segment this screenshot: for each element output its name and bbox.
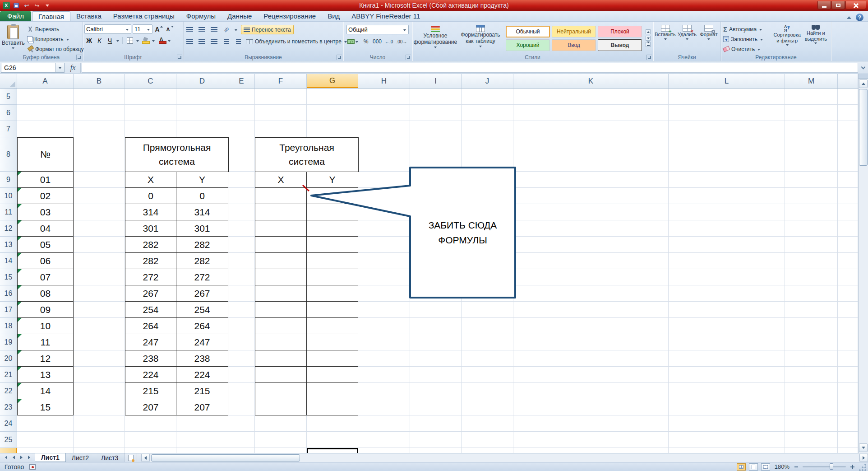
cell-K26[interactable]: [513, 448, 669, 453]
alignment-dialog-launcher[interactable]: [337, 55, 342, 60]
column-header-partial[interactable]: [838, 74, 858, 88]
cell-K15[interactable]: [513, 269, 669, 285]
cell-F11[interactable]: [255, 204, 307, 220]
scroll-right-button[interactable]: [859, 454, 868, 462]
cell-K18[interactable]: [513, 318, 669, 334]
format-as-table-button[interactable]: Форматировать как таблицу: [458, 23, 503, 53]
cell-A16[interactable]: 08: [17, 285, 74, 302]
cell-A5[interactable]: [17, 89, 74, 105]
cell-M9[interactable]: [785, 172, 838, 188]
cell-L20[interactable]: [669, 350, 785, 367]
styles-dialog-launcher[interactable]: [646, 55, 652, 60]
cell-J17[interactable]: [462, 302, 513, 318]
row-header-8[interactable]: 8: [0, 137, 17, 172]
cell-E13[interactable]: [228, 237, 255, 253]
cell-A18[interactable]: 10: [17, 318, 74, 334]
cell-A7[interactable]: [17, 121, 74, 137]
cell-G24[interactable]: [307, 415, 358, 432]
cell-I26[interactable]: [410, 448, 462, 453]
row-header-22[interactable]: 22: [0, 383, 17, 399]
align-bottom-button[interactable]: [209, 25, 219, 34]
cell-K14[interactable]: [513, 253, 669, 269]
cell-F19[interactable]: [255, 334, 307, 350]
row-header-20[interactable]: 20: [0, 350, 17, 367]
cell-G9[interactable]: Y: [307, 172, 358, 188]
excel-logo-icon[interactable]: [3, 2, 10, 9]
cell-D19[interactable]: 247: [176, 334, 228, 350]
cell-A17[interactable]: 09: [17, 302, 74, 318]
cell-L11[interactable]: [669, 204, 785, 220]
row-header-10[interactable]: 10: [0, 188, 17, 204]
cell-L8[interactable]: [669, 137, 785, 172]
cell-D21[interactable]: 224: [176, 367, 228, 383]
cell-H12[interactable]: [358, 220, 410, 237]
cell-J8[interactable]: [462, 137, 513, 172]
cell-B8[interactable]: [74, 137, 125, 172]
style-neutral[interactable]: Нейтральный: [552, 26, 596, 37]
cell-I19[interactable]: [410, 334, 462, 350]
fill-button[interactable]: Заполнить: [722, 35, 772, 43]
cell-A11[interactable]: 03: [17, 204, 74, 220]
cell-H26[interactable]: [358, 448, 410, 453]
cell-K19[interactable]: [513, 334, 669, 350]
cell-E9[interactable]: [228, 172, 255, 188]
cell-F23[interactable]: [255, 399, 307, 415]
cell-G22[interactable]: [307, 383, 358, 399]
cell-K22[interactable]: [513, 383, 669, 399]
clear-button[interactable]: Очистить: [722, 45, 772, 53]
gallery-down-button[interactable]: [646, 36, 651, 41]
align-center-button[interactable]: [197, 37, 207, 46]
cell-C21[interactable]: 224: [125, 367, 176, 383]
cell-G14[interactable]: [307, 253, 358, 269]
minimize-button[interactable]: [817, 1, 831, 9]
cell-E15[interactable]: [228, 269, 255, 285]
cell-H21[interactable]: [358, 367, 410, 383]
cell-D18[interactable]: 264: [176, 318, 228, 334]
cell-L6[interactable]: [669, 105, 785, 121]
cell-E22[interactable]: [228, 383, 255, 399]
cell-N16[interactable]: [838, 285, 858, 302]
shrink-font-button[interactable]: А: [165, 25, 174, 34]
cell-N24[interactable]: [838, 415, 858, 432]
cell-F26[interactable]: [255, 448, 307, 453]
cell-A26[interactable]: [17, 448, 74, 453]
cell-C12[interactable]: 301: [125, 220, 176, 237]
align-left-button[interactable]: [185, 37, 194, 46]
cell-H24[interactable]: [358, 415, 410, 432]
cell-A9[interactable]: 01: [17, 172, 74, 188]
align-top-button[interactable]: [185, 25, 194, 34]
cell-K24[interactable]: [513, 415, 669, 432]
cell-F14[interactable]: [255, 253, 307, 269]
decrease-decimal-button[interactable]: [395, 37, 408, 46]
cell-D7[interactable]: [176, 121, 228, 137]
cell-H22[interactable]: [358, 383, 410, 399]
cell-B11[interactable]: [74, 204, 125, 220]
format-painter-button[interactable]: Формат по образцу: [26, 45, 85, 53]
cell-N19[interactable]: [838, 334, 858, 350]
column-header-B[interactable]: B: [74, 74, 125, 88]
scroll-down-button[interactable]: [859, 443, 868, 452]
column-header-M[interactable]: M: [785, 74, 838, 88]
macro-record-button[interactable]: [29, 464, 36, 470]
cell-D26[interactable]: [176, 448, 228, 453]
cell-N25[interactable]: [838, 432, 858, 448]
cell-M24[interactable]: [785, 415, 838, 432]
cell-G10[interactable]: [307, 188, 358, 204]
selected-cell-G26[interactable]: [307, 448, 358, 453]
cell-F5[interactable]: [255, 89, 307, 105]
cell-E24[interactable]: [228, 415, 255, 432]
cell-H13[interactable]: [358, 237, 410, 253]
first-sheet-button[interactable]: [2, 456, 9, 460]
cell-F20[interactable]: [255, 350, 307, 367]
cell-B9[interactable]: [74, 172, 125, 188]
cell-C24[interactable]: [125, 415, 176, 432]
cell-K12[interactable]: [513, 220, 669, 237]
row-header-11[interactable]: 11: [0, 204, 17, 220]
cell-K5[interactable]: [513, 89, 669, 105]
cell-B13[interactable]: [74, 237, 125, 253]
column-header-K[interactable]: K: [513, 74, 669, 88]
cell-K11[interactable]: [513, 204, 669, 220]
cell-J22[interactable]: [462, 383, 513, 399]
save-button[interactable]: [12, 2, 20, 9]
cell-J18[interactable]: [462, 318, 513, 334]
